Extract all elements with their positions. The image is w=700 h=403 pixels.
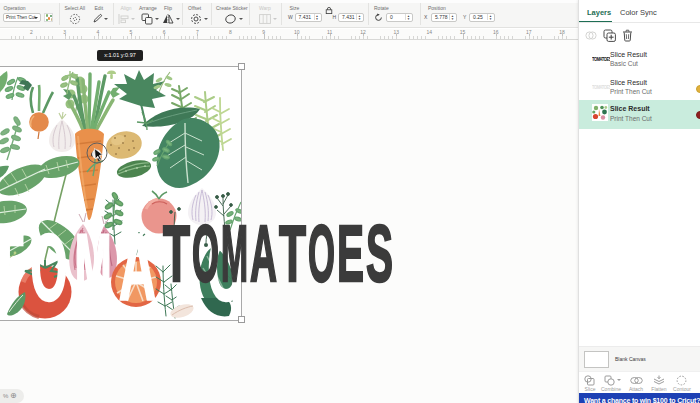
svg-text:O: O: [308, 215, 335, 290]
svg-text:S: S: [366, 215, 393, 290]
svg-text:T: T: [0, 214, 23, 320]
svg-text:A: A: [119, 214, 156, 320]
svg-text:O: O: [31, 214, 68, 320]
svg-text:O: O: [192, 215, 219, 290]
svg-text:A: A: [250, 215, 277, 290]
svg-text:T: T: [279, 215, 306, 290]
svg-text:T: T: [163, 215, 190, 290]
svg-text:M: M: [221, 215, 248, 290]
svg-text:E: E: [337, 215, 364, 290]
svg-text:M: M: [75, 214, 112, 320]
